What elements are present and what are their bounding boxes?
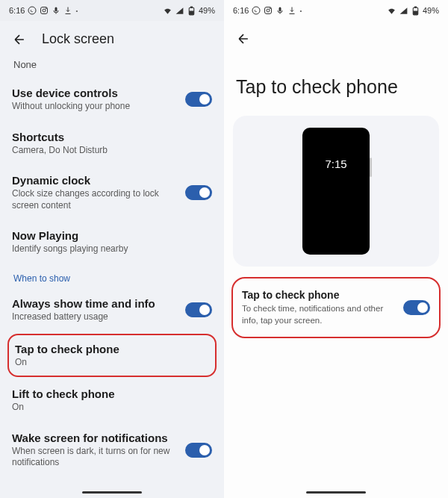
setting-always-show[interactable]: Always show time and info Increased batt…: [12, 288, 212, 332]
setting-title: Shortcuts: [12, 131, 206, 143]
setting-tap-to-check[interactable]: Tap to check phone On: [15, 340, 209, 372]
download-icon: [63, 6, 72, 15]
setting-dynamic-clock[interactable]: Dynamic clock Clock size changes accordi…: [12, 165, 212, 220]
svg-rect-15: [414, 7, 416, 7]
screen-tap-to-check: 6:16 • 49% Tap to check phone 7:15: [224, 0, 448, 498]
highlight-tap-to-check: Tap to check phone On: [7, 334, 217, 378]
setting-desc: Camera, Do Not Disturb: [12, 145, 206, 157]
setting-now-playing[interactable]: Now Playing Identify songs playing nearb…: [12, 220, 212, 264]
setting-title: Tap to check phone: [15, 343, 203, 355]
status-dot: •: [299, 7, 302, 14]
setting-title: Lift to check phone: [12, 387, 206, 400]
phone-mockup: 7:15: [302, 128, 370, 255]
microphone-icon: [52, 6, 60, 15]
appbar: [224, 21, 448, 54]
setting-title: Use device controls: [12, 87, 179, 99]
setting-wake-notifications[interactable]: Wake screen for notifications When scree…: [12, 423, 212, 478]
svg-rect-6: [190, 11, 193, 14]
back-icon[interactable]: [236, 31, 251, 46]
setting-device-controls[interactable]: Use device controls Without unlocking yo…: [12, 78, 212, 122]
wifi-icon: [163, 6, 172, 16]
svg-point-8: [252, 7, 260, 14]
battery-percent: 49%: [199, 6, 215, 15]
section-when-to-show: When to show: [12, 264, 212, 288]
page-title: Tap to check phone: [230, 54, 442, 116]
setting-desc: When screen is dark, it turns on for new…: [12, 446, 179, 469]
appbar: Lock screen: [0, 21, 224, 55]
whatsapp-icon: [28, 6, 37, 15]
setting-desc: Identify songs playing nearby: [12, 243, 206, 255]
phone-side-button: [370, 158, 372, 177]
svg-point-2: [43, 9, 46, 12]
phone-clock: 7:15: [325, 158, 346, 170]
setting-desc: Without unlocking your phone: [12, 101, 179, 113]
signal-icon: [399, 6, 408, 16]
setting-title: Wake screen for notifications: [12, 432, 179, 444]
battery-icon: [187, 6, 196, 16]
whatsapp-icon: [252, 6, 261, 15]
status-bar: 6:16 • 49%: [224, 0, 448, 21]
screen-lock-settings: 6:16 • 49% Lock screen None Use device c…: [0, 0, 224, 498]
toggle-tap-to-check[interactable]: [403, 300, 430, 315]
signal-icon: [175, 6, 184, 16]
highlight-detail-card: Tap to check phone To check time, notifi…: [231, 277, 441, 338]
page-title: Lock screen: [42, 31, 114, 47]
download-icon: [287, 6, 296, 15]
wifi-icon: [387, 6, 396, 16]
back-icon[interactable]: [12, 32, 27, 47]
toggle-dynamic-clock[interactable]: [185, 185, 212, 200]
detail-desc: To check time, notifications and other i…: [242, 303, 397, 326]
microphone-icon: [276, 6, 284, 15]
status-time: 6:16: [233, 6, 249, 15]
nav-pill[interactable]: [306, 491, 366, 494]
svg-rect-14: [414, 11, 417, 14]
setting-shortcuts[interactable]: Shortcuts Camera, Do Not Disturb: [12, 122, 212, 166]
detail-title: Tap to check phone: [242, 289, 397, 301]
status-time: 6:16: [9, 6, 25, 15]
svg-point-3: [46, 8, 47, 9]
svg-rect-4: [55, 7, 57, 12]
setting-lift-to-check[interactable]: Lift to check phone On: [12, 379, 212, 423]
nav-pill[interactable]: [82, 491, 142, 494]
instagram-icon: [264, 6, 273, 15]
preview-card: 7:15: [233, 116, 439, 267]
setting-title: Dynamic clock: [12, 174, 179, 187]
setting-desc: On: [12, 402, 206, 414]
battery-percent: 49%: [423, 6, 439, 15]
setting-desc: Clock size changes according to lock scr…: [12, 188, 179, 211]
svg-rect-7: [190, 7, 192, 7]
setting-title: Now Playing: [12, 229, 206, 242]
setting-title: Always show time and info: [12, 297, 179, 310]
battery-icon: [411, 6, 420, 16]
svg-point-0: [28, 7, 36, 14]
instagram-icon: [40, 6, 49, 15]
svg-point-10: [267, 9, 270, 12]
toggle-always-show[interactable]: [185, 302, 212, 317]
toggle-device-controls[interactable]: [185, 92, 212, 107]
none-value[interactable]: None: [12, 55, 212, 78]
setting-desc: Increased battery usage: [12, 311, 179, 323]
toggle-wake-notifications[interactable]: [185, 443, 212, 458]
svg-point-11: [270, 8, 271, 9]
setting-desc: On: [15, 357, 203, 369]
status-bar: 6:16 • 49%: [0, 0, 224, 21]
status-dot: •: [75, 7, 78, 14]
svg-rect-12: [279, 7, 281, 12]
